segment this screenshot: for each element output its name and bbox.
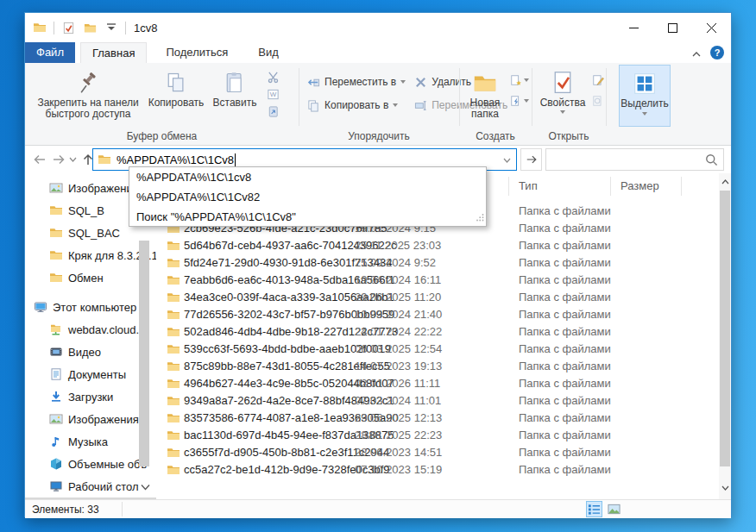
history-button[interactable] <box>589 93 608 109</box>
sidebar-item-pictures[interactable]: Изображения <box>25 408 156 430</box>
back-button[interactable] <box>30 150 49 169</box>
sidebar-item-label: Музыка <box>68 435 108 448</box>
list-scrollbar[interactable] <box>719 173 731 499</box>
file-row[interactable]: 5fd24e71-29d0-4930-91d8-6e301f71343425.0… <box>156 254 719 272</box>
new-item-button[interactable] <box>507 72 532 88</box>
folder-icon <box>167 446 180 460</box>
move-to-button[interactable]: Переместить в <box>307 73 406 91</box>
qat-customize-button[interactable] <box>104 20 119 35</box>
recent-locations-button[interactable] <box>66 150 79 169</box>
window-controls <box>614 13 731 42</box>
pictures-icon <box>49 181 63 195</box>
file-row[interactable]: 83573586-6774-4087-a1e8-1ea936305a9029.0… <box>156 410 719 427</box>
file-row[interactable]: c3655f7d-d905-450b-8b81-c2e3f11c294428.0… <box>156 444 719 461</box>
tab-file[interactable]: Файл <box>25 42 75 63</box>
search-icon <box>704 153 719 171</box>
file-row[interactable]: 539cc63f-5693-4bdd-bdbe-aaeb102f001906.0… <box>156 341 719 358</box>
ribbon-group-new-label: Создать <box>459 130 532 142</box>
paste-shortcut-button[interactable] <box>263 103 282 119</box>
window-title: 1cv8 <box>134 22 157 34</box>
tab-share[interactable]: Поделиться <box>154 42 239 63</box>
cut-button[interactable] <box>263 69 282 84</box>
file-type: Папка с файлами <box>519 411 611 425</box>
sidebar-item-webdav[interactable]: webdav.cloud.m <box>25 318 156 341</box>
address-dropdown-toggle[interactable] <box>500 153 513 167</box>
sidebar-item-documents[interactable]: Документы <box>25 363 156 385</box>
sidebar-item-obmen[interactable]: Обмен <box>25 266 156 289</box>
details-view-button[interactable] <box>586 501 602 517</box>
easy-access-button[interactable] <box>507 93 532 109</box>
file-row[interactable]: 875c89bb-88e7-43d1-8055-4c281effec5514.0… <box>156 358 719 375</box>
new-folder-icon <box>472 68 498 97</box>
file-date-modified: 02.01.2026 11:11 <box>355 377 440 391</box>
file-row[interactable]: 4964b627-44e3-4c9e-8b5c-052044b8fd0702.0… <box>156 375 719 392</box>
sidebar-item-this-pc[interactable]: Этот компьютер <box>25 296 156 318</box>
list-scrollbar-down-button[interactable] <box>720 482 730 494</box>
autocomplete-item-2[interactable]: %APPDATA%\1C\1Cv82 <box>129 187 486 207</box>
sidebar-item-label: Этот компьютер <box>53 301 136 314</box>
sidebar-item-label: Рабочий стол <box>68 480 139 493</box>
file-row[interactable]: 34ea3ce0-039f-4aca-a339-3a1056aa2bb129.0… <box>156 289 719 306</box>
autocomplete-item-3[interactable]: Поиск "%APPDATA%\1C\1Cv8" <box>129 207 486 227</box>
copy-to-button[interactable]: Копировать в <box>307 97 406 114</box>
minimize-button[interactable] <box>614 13 653 42</box>
sidebar-item-desktop[interactable]: Рабочий стол <box>25 475 156 498</box>
file-date-modified: 25.11.2025 23:03 <box>355 239 441 253</box>
file-row[interactable]: 5d64b67d-ceb4-4937-aa6c-70412439622c25.1… <box>156 237 719 254</box>
maximize-button[interactable] <box>653 13 692 42</box>
sidebar-item-kryak-8-3-22[interactable]: Кряк для 8.3.22.1 <box>25 244 156 266</box>
list-scrollbar-thumb[interactable] <box>720 191 730 466</box>
sidebar-item-video[interactable]: Видео <box>25 341 156 363</box>
sidebar-scroll-down-icon[interactable] <box>141 479 150 494</box>
ribbon-group-clipboard-label: Буфер обмена <box>25 130 299 142</box>
tab-home[interactable]: Главная <box>80 42 147 63</box>
folder-icon <box>167 308 180 322</box>
help-icon[interactable]: ? <box>710 46 724 59</box>
file-row[interactable]: 502ad846-4db4-4dbe-9b18-227d122c777324.0… <box>156 323 719 341</box>
list-scrollbar-up-button[interactable] <box>720 176 730 188</box>
autocomplete-item-1[interactable]: %APPDATA%\1C\1cv8 <box>129 167 486 187</box>
thumbnails-view-button[interactable] <box>606 501 622 517</box>
forward-button[interactable] <box>49 150 68 169</box>
qat-properties-button[interactable] <box>60 20 76 35</box>
column-header-size[interactable]: Размер <box>621 179 659 192</box>
properties-icon <box>551 68 575 97</box>
rename-icon <box>414 99 427 112</box>
qat-new-folder-button[interactable] <box>82 20 98 35</box>
pin-to-quick-access-button[interactable]: Закрепить на панелибыстрого доступа <box>32 66 144 122</box>
new-folder-button[interactable]: Новаяпапка <box>464 66 506 122</box>
collapse-ribbon-icon[interactable] <box>692 45 701 60</box>
copy-button[interactable]: Копировать <box>144 66 208 111</box>
resize-grip[interactable] <box>476 210 484 225</box>
easy-access-icon <box>510 95 522 107</box>
sidebar-item-downloads[interactable]: Загрузки <box>25 385 156 408</box>
new-item-icon <box>510 74 522 86</box>
tab-view[interactable]: Вид <box>247 42 290 63</box>
close-button[interactable] <box>692 13 731 42</box>
file-date-modified: 25.09.2024 9:52 <box>355 256 436 270</box>
edit-button[interactable] <box>589 72 608 88</box>
sidebar-scrollbar-thumb[interactable] <box>139 241 149 466</box>
folder-icon <box>49 248 63 262</box>
search-box[interactable] <box>545 148 724 171</box>
copy-path-button[interactable]: W <box>263 86 282 102</box>
column-header-type[interactable]: Тип <box>519 179 538 192</box>
go-button[interactable] <box>520 148 542 171</box>
properties-button[interactable]: Свойства <box>539 66 587 116</box>
file-row[interactable]: bac1130d-697d-4b45-94ee-f837da13887528.0… <box>156 427 719 444</box>
select-button[interactable]: Выделить <box>619 65 671 127</box>
folder-icon <box>167 325 180 339</box>
paste-icon <box>223 68 247 97</box>
file-row[interactable]: 9349a8a7-262d-4a2e-8ce7-88bf484932c107.0… <box>156 392 719 410</box>
copy-path-icon: W <box>267 88 280 101</box>
paste-button[interactable]: Вставить <box>208 66 261 111</box>
file-date-modified: 10.03.2024 21:40 <box>355 308 442 322</box>
folder-icon <box>167 256 180 270</box>
file-row[interactable]: cc5a27c2-be1d-412b-9d9e-7328fe0c3bf907.1… <box>156 461 719 479</box>
sidebar-item-objects-3d[interactable]: Объемные объ <box>25 453 156 475</box>
file-row[interactable]: 7eabb6d6-ea6c-4013-948a-5dba16a566f119.0… <box>156 272 719 289</box>
sidebar-item-music[interactable]: Музыка <box>25 430 156 453</box>
file-type: Папка с файлами <box>519 446 611 460</box>
file-row[interactable]: 77d26556-3202-43c7-bf57-b976b0bb995910.0… <box>156 306 719 323</box>
file-type: Папка с файлами <box>519 308 611 322</box>
